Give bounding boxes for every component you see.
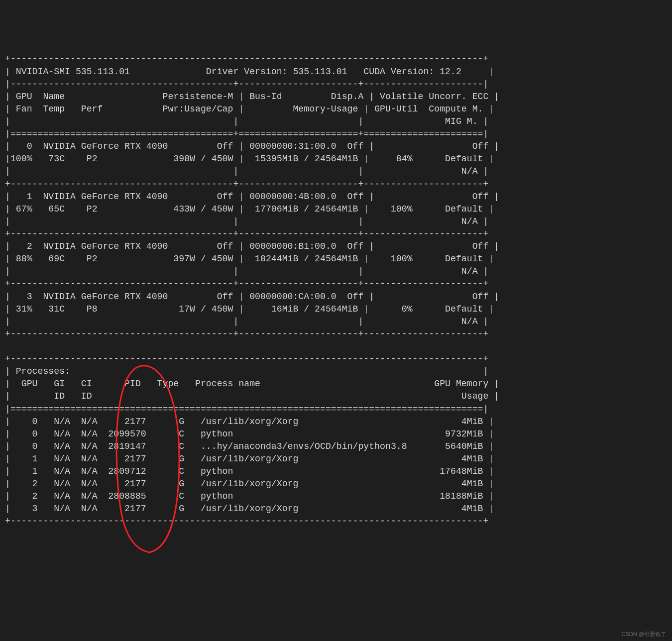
terminal-output: +---------------------------------------… [0,50,672,641]
watermark: CSDN @可爱饱了 [622,631,666,638]
